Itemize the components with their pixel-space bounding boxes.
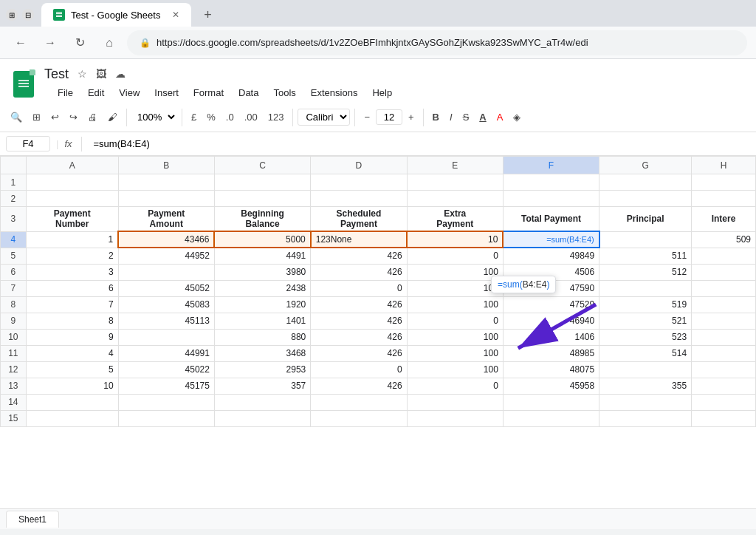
cell-d6[interactable]: 426: [311, 264, 407, 280]
paint-format-button[interactable]: 🖌: [103, 109, 122, 126]
cell-g7[interactable]: [599, 280, 692, 296]
cell-d12[interactable]: 0: [311, 361, 407, 378]
cell-e12[interactable]: 100: [407, 361, 503, 378]
address-bar[interactable]: 🔒 https://docs.google.com/spreadsheets/d…: [127, 30, 747, 55]
active-browser-tab[interactable]: Test - Google Sheets ✕: [41, 3, 191, 27]
cell-a6[interactable]: 3: [26, 264, 118, 280]
reload-button[interactable]: ↻: [68, 31, 92, 55]
cell-f1[interactable]: [503, 174, 599, 191]
cell-a5[interactable]: 2: [26, 248, 118, 264]
cell-a13[interactable]: 10: [26, 378, 118, 394]
cell-h2[interactable]: [692, 191, 756, 207]
cell-e7[interactable]: 100: [407, 280, 503, 296]
cell-d5[interactable]: 426: [311, 248, 407, 264]
cell-b8[interactable]: 45083: [118, 296, 214, 313]
tabs-icon[interactable]: ⊟: [22, 9, 34, 21]
row-header-3[interactable]: 3: [1, 207, 27, 232]
cell-h9[interactable]: [692, 313, 756, 329]
cell-h5[interactable]: [692, 248, 756, 264]
cell-e11[interactable]: 100: [407, 345, 503, 361]
row-header-11[interactable]: 11: [1, 345, 27, 361]
font-select[interactable]: Calibri: [298, 109, 350, 126]
cell-f15[interactable]: [503, 410, 599, 426]
menu-view[interactable]: View: [111, 84, 147, 101]
cell-f14[interactable]: [503, 394, 599, 410]
text-color-button[interactable]: A: [492, 109, 508, 126]
cell-f3[interactable]: Total Payment: [503, 207, 599, 232]
menu-edit[interactable]: Edit: [80, 84, 111, 101]
cell-g4[interactable]: [599, 231, 692, 248]
underline-button[interactable]: A: [475, 109, 490, 126]
cell-c14[interactable]: [214, 394, 310, 410]
col-header-f[interactable]: F: [503, 157, 599, 174]
cell-g1[interactable]: [599, 174, 692, 191]
cell-h15[interactable]: [692, 410, 756, 426]
cell-g14[interactable]: [599, 394, 692, 410]
cell-e1[interactable]: [407, 174, 503, 191]
row-header-1[interactable]: 1: [1, 174, 27, 191]
cell-c5[interactable]: 4491: [214, 248, 310, 264]
row-header-10[interactable]: 10: [1, 329, 27, 345]
font-size-increase-button[interactable]: +: [404, 109, 419, 126]
cell-c1[interactable]: [214, 174, 310, 191]
decimal-inc-button[interactable]: .00: [240, 109, 262, 126]
cell-h7[interactable]: [692, 280, 756, 296]
fill-color-button[interactable]: ◈: [509, 109, 525, 126]
col-header-d[interactable]: D: [311, 157, 407, 174]
row-header-4[interactable]: 4: [1, 231, 27, 248]
cell-e9[interactable]: 0: [407, 313, 503, 329]
cell-h11[interactable]: [692, 345, 756, 361]
cell-e5[interactable]: 0: [407, 248, 503, 264]
row-header-6[interactable]: 6: [1, 264, 27, 280]
cell-f10[interactable]: 1406: [503, 329, 599, 345]
cell-a12[interactable]: 5: [26, 361, 118, 378]
percent-button[interactable]: %: [202, 109, 220, 126]
document-title[interactable]: Test: [44, 67, 69, 82]
cell-h10[interactable]: [692, 329, 756, 345]
new-tab-button[interactable]: +: [197, 4, 218, 25]
move-to-folder-button[interactable]: 🖼: [93, 65, 109, 83]
cell-d10[interactable]: 426: [311, 329, 407, 345]
cell-d9[interactable]: 426: [311, 313, 407, 329]
cell-a15[interactable]: [26, 410, 118, 426]
row-header-9[interactable]: 9: [1, 313, 27, 329]
cell-d13[interactable]: 426: [311, 378, 407, 394]
cell-e10[interactable]: 100: [407, 329, 503, 345]
cell-h13[interactable]: [692, 378, 756, 394]
cell-h6[interactable]: [692, 264, 756, 280]
cell-b7[interactable]: 45052: [118, 280, 214, 296]
cell-c13[interactable]: 357: [214, 378, 310, 394]
cell-reference-input[interactable]: F4: [6, 136, 50, 151]
row-header-2[interactable]: 2: [1, 191, 27, 207]
cell-c10[interactable]: 880: [214, 329, 310, 345]
menu-extensions[interactable]: Extensions: [303, 84, 365, 101]
menu-tools[interactable]: Tools: [266, 84, 303, 101]
cell-b13[interactable]: 45175: [118, 378, 214, 394]
cell-f5[interactable]: 49849: [503, 248, 599, 264]
cell-h8[interactable]: [692, 296, 756, 313]
menu-help[interactable]: Help: [365, 84, 399, 101]
star-button[interactable]: ☆: [75, 65, 90, 83]
cell-c15[interactable]: [214, 410, 310, 426]
cell-g5[interactable]: 511: [599, 248, 692, 264]
forward-button[interactable]: →: [38, 31, 62, 55]
cell-b9[interactable]: 45113: [118, 313, 214, 329]
format-123-button[interactable]: 123: [264, 109, 289, 126]
cell-a4[interactable]: 1: [26, 231, 118, 248]
cell-a10[interactable]: 9: [26, 329, 118, 345]
cell-c6[interactable]: 3980: [214, 264, 310, 280]
cell-g10[interactable]: 523: [599, 329, 692, 345]
cell-d1[interactable]: [311, 174, 407, 191]
tab-close-button[interactable]: ✕: [172, 10, 179, 20]
cell-d2[interactable]: [311, 191, 407, 207]
cell-a9[interactable]: 8: [26, 313, 118, 329]
home-button[interactable]: ⌂: [97, 31, 121, 55]
strikethrough-button[interactable]: S: [458, 109, 474, 126]
cell-b10[interactable]: [118, 329, 214, 345]
cell-d3[interactable]: ScheduledPayment: [311, 207, 407, 232]
col-header-a[interactable]: A: [26, 157, 118, 174]
cell-a1[interactable]: [26, 174, 118, 191]
search-button[interactable]: 🔍: [6, 109, 27, 126]
row-header-13[interactable]: 13: [1, 378, 27, 394]
cell-d7[interactable]: 0: [311, 280, 407, 296]
